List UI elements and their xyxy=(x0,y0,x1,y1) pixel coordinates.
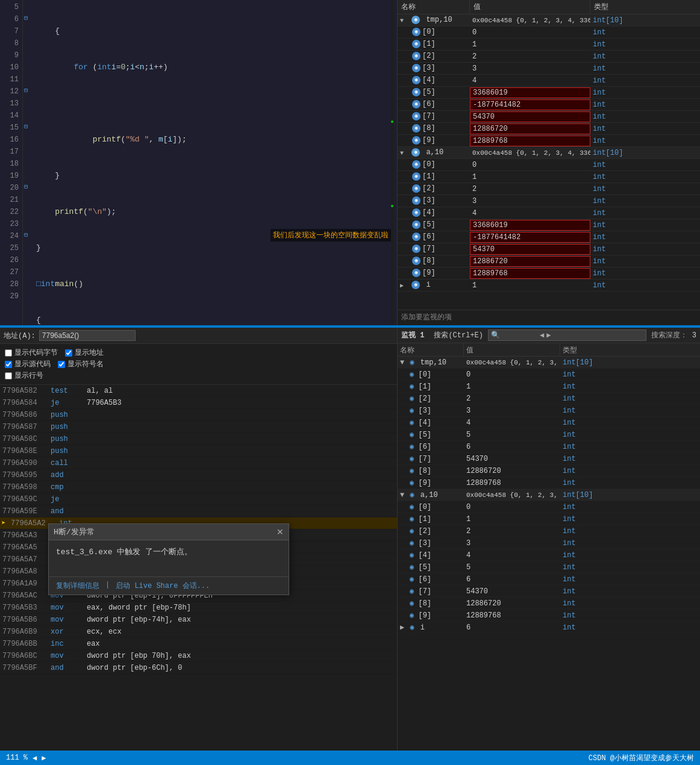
disasm-ops: al, al xyxy=(84,387,397,395)
show-address-checkbox[interactable] xyxy=(65,349,72,357)
watch-cell-type: int[10] xyxy=(590,148,700,158)
show-lineno-option[interactable]: 显示行号 xyxy=(5,370,43,381)
expand-arrow[interactable]: ▶ xyxy=(400,623,404,632)
w2-val: 6 xyxy=(464,443,560,451)
nav-right-icon[interactable]: ▶ xyxy=(42,754,46,763)
watch-footer[interactable]: 添加要监视的项 xyxy=(398,310,700,324)
watch-icon: ◉ xyxy=(411,16,420,24)
watch-val: 4 xyxy=(470,76,590,86)
watch2-title: 监视 1 xyxy=(401,330,424,340)
w2-cell-name: ◉ [7] xyxy=(398,454,464,463)
watch-body: ▼ ◉ tmp,10 0x00c4a458 {0, 1, 2, 3, 4, 33… xyxy=(398,14,700,310)
watch2-child: ◉ [4] 4 int xyxy=(398,417,700,429)
disasm-row[interactable]: 7796A598 cmp xyxy=(0,481,397,493)
watch-val: 1 xyxy=(470,40,590,49)
watch2-group-a[interactable]: ▼ ◉ a,10 0x00c4a458 {0, 1, 2, 3, 4, 5,..… xyxy=(398,489,700,501)
nav-left-icon[interactable]: ◀ xyxy=(33,754,37,763)
show-code-bytes-option[interactable]: 显示代码字节 xyxy=(5,348,58,358)
arrow-right-icon[interactable]: ▶ xyxy=(546,331,551,340)
show-source-checkbox[interactable] xyxy=(5,361,12,368)
dialog-titlebar: H断/发异常 ✕ xyxy=(49,524,289,540)
watch-type: int xyxy=(590,100,700,110)
watch-cell-type: int[10] xyxy=(590,16,700,25)
disasm-ops: 7796A5B3 xyxy=(84,399,397,407)
disasm-mnem: push xyxy=(48,423,84,431)
watch-group-tmp[interactable]: ▼ ◉ tmp,10 0x00c4a458 {0, 1, 2, 3, 4, 33… xyxy=(398,14,700,27)
watch2-a-child: ◉ [5] 5 int xyxy=(398,561,700,573)
code-line xyxy=(36,98,395,110)
disasm-row[interactable]: 7796A6B9 xor ecx, ecx xyxy=(0,626,397,638)
w2-cell-name: ◉ [0] xyxy=(398,502,464,511)
watch2-a-child: ◉ [7] 54370 int xyxy=(398,585,700,598)
addr-input[interactable] xyxy=(39,330,136,341)
disasm-addr: 7796A58C xyxy=(0,435,48,443)
watch-child-0: ◉[0] 0 int xyxy=(398,27,700,39)
show-symbols-checkbox[interactable] xyxy=(58,361,65,368)
disasm-row[interactable]: 7796A584 je 7796A5B3 xyxy=(0,397,397,409)
liveshare-link[interactable]: 启动 Live Share 会话... xyxy=(116,581,210,591)
watch-cell-name: ◉[6] xyxy=(398,232,470,242)
disasm-addr: 7796A6BC xyxy=(0,652,48,660)
watch-type: int xyxy=(590,257,700,266)
w2-cell-name: ◉ [3] xyxy=(398,406,464,415)
w2-type: int xyxy=(560,623,700,632)
watch2-child: ◉ [2] 2 int xyxy=(398,393,700,405)
disasm-row[interactable]: 7796A587 push xyxy=(0,421,397,433)
watch-icon: ◉ xyxy=(411,281,420,289)
dialog-footer: 复制详细信息 | 启动 Live Share 会话... xyxy=(49,576,289,595)
search-icon: 🔍 xyxy=(491,331,500,340)
w2-cell-name: ▼ ◉ tmp,10 xyxy=(398,358,464,367)
w2-val: 12886720 xyxy=(464,599,560,608)
disasm-row[interactable]: 7796A586 push xyxy=(0,409,397,421)
expand-arrow[interactable]: ▼ xyxy=(400,358,404,367)
disasm-row[interactable]: 7796A5BF and dword ptr [ebp-6Ch], 0 xyxy=(0,662,397,674)
watch-val: 3 xyxy=(470,196,590,206)
disasm-row[interactable]: 7796A5B3 mov eax, dword ptr [ebp-78h] xyxy=(0,602,397,614)
w2-val: 3 xyxy=(464,539,560,548)
disasm-row[interactable]: 7796A6BC mov dword ptr [ebp 70h], eax xyxy=(0,650,397,662)
watch-i: ▶ ◉ i 1 int xyxy=(398,279,700,292)
watch-group-a[interactable]: ▼ ◉ a,10 0x00c4a458 {0, 1, 2, 3, 4, 336.… xyxy=(398,147,700,159)
show-code-bytes-checkbox[interactable] xyxy=(5,349,12,357)
disasm-row[interactable]: 7796A5B6 mov dword ptr [ebp-74h], eax xyxy=(0,614,397,626)
disasm-row[interactable]: 7796A582 test al, al xyxy=(0,385,397,397)
watch-group-name: ▼ ◉ tmp,10 xyxy=(398,15,470,25)
disasm-row[interactable]: 7796A59E and xyxy=(0,505,397,517)
watch2-group-tmp[interactable]: ▼ ◉ tmp,10 0x00c4a458 {0, 1, 2, 3, 4, 5,… xyxy=(398,357,700,369)
copy-details-link[interactable]: 复制详细信息 xyxy=(56,581,99,591)
show-symbols-option[interactable]: 显示符号名 xyxy=(58,359,104,369)
expand-arrow[interactable]: ▼ xyxy=(400,150,407,157)
disasm-row[interactable]: 7796A58C push xyxy=(0,433,397,445)
expand-arrow[interactable]: ▼ xyxy=(400,491,404,499)
disasm-row[interactable]: 7796A590 call xyxy=(0,457,397,469)
watch-type: int xyxy=(590,208,700,218)
show-address-option[interactable]: 显示地址 xyxy=(65,348,104,358)
w2-cell-name: ◉ [2] xyxy=(398,394,464,403)
dialog-title: H断/发异常 xyxy=(54,526,95,537)
watch-cell-name: ◉[2] xyxy=(398,51,470,61)
watch2-a-child: ◉ [8] 12886720 int xyxy=(398,598,700,610)
watch-val: 4 xyxy=(470,208,590,218)
disasm-row[interactable]: 7796A6BB inc eax xyxy=(0,638,397,650)
show-source-option[interactable]: 显示源代码 xyxy=(5,359,51,369)
watch-type: int xyxy=(590,28,700,37)
show-lineno-checkbox[interactable] xyxy=(5,372,12,379)
disasm-row[interactable]: 7796A59C je xyxy=(0,493,397,505)
search-input[interactable] xyxy=(502,331,539,340)
w2-val: 12889768 xyxy=(464,611,560,620)
arrow-left-icon[interactable]: ◀ xyxy=(540,331,544,340)
disasm-ops: eax, dword ptr [ebp-78h] xyxy=(84,604,397,612)
code-panel: 5 6 7 8 9 10 11 12 13 14 15 16 17 18 19 … xyxy=(0,0,398,325)
expand-arrow[interactable]: ▶ xyxy=(400,282,407,289)
watch-cell-name: ◉[9] xyxy=(398,136,470,145)
watch-col-name: 名称 xyxy=(398,0,470,14)
disasm-row[interactable]: 7796A595 add xyxy=(0,469,397,481)
dialog-close-button[interactable]: ✕ xyxy=(277,527,284,537)
disasm-row[interactable]: 7796A58E push xyxy=(0,445,397,457)
w2-type: int xyxy=(560,587,700,596)
status-bar: 111 % ◀ ▶ CSDN @小树苗渴望变成参天大树 xyxy=(0,751,700,765)
expand-arrow[interactable]: ▼ xyxy=(400,17,407,24)
watch-cell-val: 0x00c4a458 {0, 1, 2, 3, 4, 336... xyxy=(470,149,590,157)
watch-a-child-7: ◉[7] 54370 int xyxy=(398,243,700,255)
watch2-child: ◉ [0] 0 int xyxy=(398,369,700,381)
